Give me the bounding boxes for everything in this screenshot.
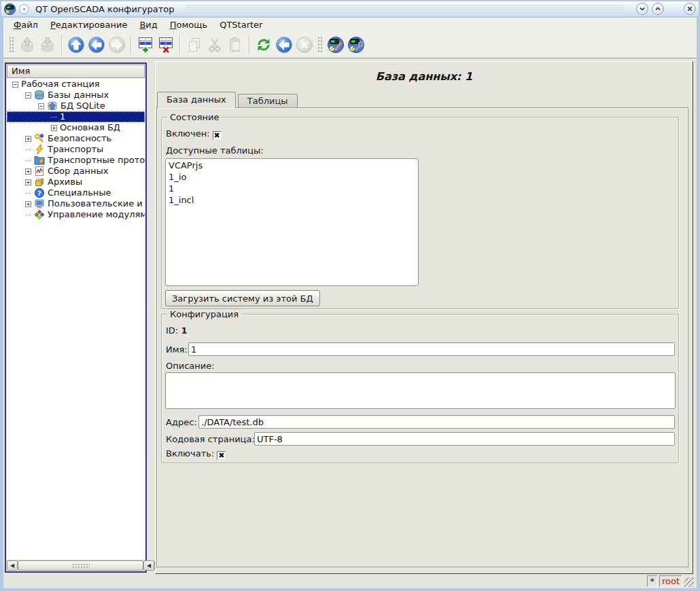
minimize-button[interactable] (636, 3, 648, 15)
enable-checkbox[interactable]: ✖ (217, 451, 226, 460)
tree-item-transport-protocols[interactable]: Транспортные прото (7, 155, 145, 166)
tree-item-workstation[interactable]: −Рабочая станция (7, 79, 145, 90)
copy-item-button (184, 35, 205, 55)
toolbar-handle[interactable] (9, 36, 14, 54)
description-textarea[interactable] (165, 372, 676, 409)
enabled-checkbox[interactable]: ✖ (213, 131, 222, 140)
config-group-title: Конфигурация (167, 309, 241, 319)
tree-connector (51, 117, 57, 118)
tree-item-data-acquisition[interactable]: +Сбор данных (7, 166, 145, 177)
collapse-toggle-icon[interactable]: − (38, 103, 44, 109)
qts-vision-icon (327, 36, 345, 54)
start-icon (275, 36, 293, 54)
name-input[interactable] (188, 342, 675, 356)
collapse-toggle-icon[interactable]: − (12, 82, 18, 88)
stop-button (294, 35, 315, 55)
tree-indent (7, 182, 22, 183)
id-label: ID: (166, 325, 178, 336)
tree-connector (25, 193, 31, 194)
available-tables-list[interactable]: VCAPrjs1_io11_incl (165, 158, 419, 286)
tree-item-db-main[interactable]: +Основная БД (7, 122, 145, 133)
tree-item-security[interactable]: +Безопасность (7, 133, 145, 144)
refresh-button[interactable] (253, 35, 274, 55)
add-item-button[interactable] (135, 35, 156, 55)
tree-horizontal-scrollbar[interactable]: ◀ ◀ ▶ (7, 560, 145, 571)
table-list-item[interactable]: 1 (169, 183, 415, 194)
protocols-icon (34, 155, 45, 166)
toolbar (3, 32, 697, 58)
load-from-db-button (17, 35, 37, 55)
qtstarter-config-button[interactable] (346, 35, 366, 55)
scroll-left-button-secondary[interactable]: ◀ (143, 560, 154, 571)
tree-indent (7, 215, 22, 215)
tree-item-bd-sqlite[interactable]: −БД SQLite (7, 101, 145, 111)
menu-help[interactable]: Помощь (164, 18, 213, 31)
tree-header-name-column[interactable]: Имя (7, 65, 145, 78)
tree-item-transports[interactable]: Транспорты (7, 144, 145, 155)
state-group-title: Состояние (167, 112, 222, 122)
tree-item-label: БД SQLite (60, 101, 107, 111)
navigation-tree-panel: Имя −Рабочая станция−Базы данных−БД SQLi… (5, 62, 147, 573)
tree-item-specials[interactable]: ?Специальные (7, 187, 145, 198)
start-button[interactable] (274, 35, 294, 55)
nav-forward-icon (108, 36, 126, 54)
codepage-label: Кодовая страница: (166, 434, 255, 444)
tree-indent (7, 149, 22, 150)
tab-database[interactable]: База данных (157, 92, 236, 108)
delete-item-button[interactable] (156, 35, 176, 55)
expand-toggle-icon[interactable]: + (25, 201, 31, 207)
tree-item-archives[interactable]: +Архивы (7, 177, 145, 187)
table-list-item[interactable]: 1_incl (169, 194, 415, 206)
tree-indent (7, 171, 22, 172)
toolbar-separator (130, 35, 132, 54)
scrollbar-thumb[interactable] (18, 560, 143, 571)
current-user-indicator: root (659, 575, 682, 587)
scroll-left-button[interactable]: ◀ (7, 560, 18, 571)
tree-indent (7, 128, 48, 128)
table-list-item[interactable]: VCAPrjs (169, 160, 415, 171)
load-system-button[interactable]: Загрузить систему из этой БД (165, 290, 320, 306)
name-label: Имя: (166, 344, 188, 355)
tree-item-databases[interactable]: −Базы данных (7, 90, 145, 101)
tree-item-label: Транспорты (48, 144, 105, 155)
menu-edit[interactable]: Редактирование (44, 18, 133, 31)
tree-item-module-management[interactable]: Управление модулям (7, 209, 145, 220)
tab-bar: База данныхТаблицы (157, 92, 298, 108)
content-area: Имя −Рабочая станция−Базы данных−БД SQLi… (3, 58, 697, 574)
tree-item-db-1[interactable]: 1 (7, 111, 145, 122)
close-button[interactable] (684, 3, 696, 15)
menu-file[interactable]: Файл (7, 18, 44, 31)
main-panel: База данных: 1 База данныхТаблицы Состоя… (155, 61, 693, 574)
enabled-row: Включен:✖ (166, 128, 222, 140)
menu-view[interactable]: Вид (133, 18, 163, 31)
archives-icon (34, 177, 45, 187)
address-input[interactable] (198, 415, 675, 429)
titlebar[interactable]: QT OpenSCADA конфигуратор (1, 1, 699, 16)
table-list-item[interactable]: 1_io (169, 171, 415, 183)
tree-indent (7, 139, 22, 139)
tab-tables[interactable]: Таблицы (238, 94, 298, 108)
tree-item-user-interfaces[interactable]: +Пользовательские и (7, 198, 145, 209)
id-value: 1 (181, 325, 187, 336)
up-button[interactable] (66, 35, 86, 55)
qtstarter-vision-button[interactable] (326, 35, 346, 55)
expand-toggle-icon[interactable]: + (51, 125, 57, 131)
expand-toggle-icon[interactable]: + (25, 168, 31, 175)
back-button[interactable] (86, 35, 107, 55)
nav-back-icon (88, 36, 105, 54)
menu-qtstarter[interactable]: QTStarter (213, 18, 268, 31)
resize-grip[interactable] (684, 577, 694, 587)
collapse-toggle-icon[interactable]: − (25, 92, 31, 98)
tree-item-label: Специальные (48, 187, 113, 198)
codepage-input[interactable] (254, 432, 675, 446)
toolbar-handle[interactable] (317, 36, 323, 54)
menubar: ФайлРедактированиеВидПомощьQTStarter (3, 18, 697, 32)
ui-icon (34, 198, 45, 209)
expand-toggle-icon[interactable]: + (25, 136, 31, 142)
expand-toggle-icon[interactable]: + (25, 179, 31, 185)
tab-content-pane: Состояние Включен:✖ Доступные таблицы: V… (156, 107, 688, 567)
sticky-button[interactable] (19, 4, 29, 14)
databases-icon (34, 90, 45, 101)
maximize-button[interactable] (652, 3, 664, 15)
tree-item-label: Основная БД (60, 122, 122, 133)
